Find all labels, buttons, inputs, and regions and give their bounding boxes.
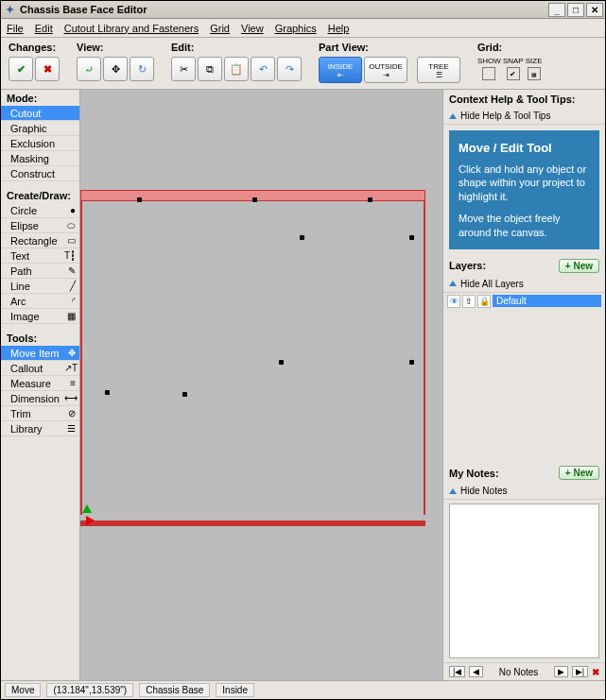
menu-grid[interactable]: Grid [210,23,230,34]
close-button[interactable]: ✕ [586,3,603,17]
layers-hide[interactable]: Hide All Layers [443,276,605,293]
tool-move-item[interactable]: Move Item✥ [1,346,79,361]
grid-show-check[interactable] [482,67,495,80]
menu-view[interactable]: View [241,23,264,34]
menu-graphics[interactable]: Graphics [275,23,317,34]
pan-button[interactable]: ✥ [103,57,128,81]
tips-hide[interactable]: Hide Help & Tool Tips [443,108,605,125]
chassis-face[interactable] [80,190,425,526]
mode-cutout[interactable]: Cutout [1,106,79,121]
status-side: Inside [216,683,254,697]
note-prev-button[interactable]: ◀ [469,666,483,677]
group-view: View: ⤾ ✥ ↻ [77,42,154,81]
layer-name[interactable]: Default [493,295,601,307]
line-icon: ╱ [64,281,76,291]
undo-button[interactable]: ↶ [251,57,275,81]
changes-label: Changes: [9,42,60,53]
dimension-icon: ⟷ [64,393,76,403]
draw-arc[interactable]: Arc◜ [1,294,79,309]
cut-button[interactable]: ✂ [171,57,196,81]
grid-size-label: SIZE [526,57,543,65]
menu-edit[interactable]: Edit [35,23,53,34]
outside-button[interactable]: OUTSIDE⇥ [364,57,407,83]
grid-snap-label: SNAP [503,57,524,65]
paste-button[interactable]: 📋 [224,57,249,81]
collapse-icon [449,281,457,286]
draw-rectangle[interactable]: Rectangle▭ [1,233,79,248]
minimize-button[interactable]: _ [548,3,565,17]
status-part: Chassis Base [139,683,210,697]
axis-y-arrow [82,504,92,513]
ellipse-icon: ⬭ [64,220,76,231]
layer-new-button[interactable]: + New [559,259,599,273]
tooltip-card: Move / Edit Tool Click and hold any obje… [449,130,599,249]
text-icon: T┇ [64,250,76,261]
image-icon: ▦ [64,311,76,321]
tool-library[interactable]: Library☰ [1,421,79,436]
rectangle-icon: ▭ [64,235,76,246]
arc-icon: ◜ [64,296,76,306]
refresh-button[interactable]: ↻ [130,57,154,81]
move-icon: ✥ [64,348,76,358]
draw-path[interactable]: Path✎ [1,264,79,279]
menu-help[interactable]: Help [328,23,350,34]
tree-button[interactable]: TREE☰ [417,57,460,83]
circle-icon: ● [64,205,76,215]
notes-header: My Notes: + New [443,462,605,483]
note-status: No Notes [487,667,549,677]
draw-line[interactable]: Line╱ [1,279,79,294]
canvas[interactable] [80,90,443,680]
status-coord: (13.184",13.539") [46,683,133,697]
eye-icon[interactable]: 👁 [447,295,460,308]
tooltip-body-2: Move the object freely around the canvas… [459,212,590,240]
partview-label: Part View: [319,42,460,53]
notes-textarea[interactable] [449,504,599,658]
notes-hide[interactable]: Hide Notes [443,483,605,500]
edit-label: Edit: [171,42,302,53]
note-last-button[interactable]: ▶| [572,666,588,677]
mode-masking[interactable]: Masking [1,151,79,166]
grid-size-button[interactable]: ▦ [528,67,541,80]
title-bar: ✦ Chassis Base Face Editor _ □ ✕ [1,1,605,19]
tools-header: Tools: [1,330,79,346]
tool-trim[interactable]: Trim⊘ [1,406,79,421]
zoom-fit-button[interactable]: ⤾ [77,57,101,81]
menu-cutout-library[interactable]: Cutout Library and Fasteners [64,23,199,34]
view-label: View: [77,42,154,53]
right-panel: Context Help & Tool Tips: Hide Help & To… [443,90,605,680]
tool-callout[interactable]: Callout↗T [1,361,79,376]
tool-measure[interactable]: Measure≡ [1,376,79,391]
lock-icon[interactable]: 🔒 [477,295,491,308]
menu-file[interactable]: File [7,23,24,34]
draw-circle[interactable]: Circle● [1,203,79,218]
layer-row[interactable]: 👁 ⇧ 🔒 Default [443,293,605,310]
create-header: Create/Draw: [1,187,79,203]
note-delete-button[interactable]: ✖ [592,667,599,677]
redo-button[interactable]: ↷ [277,57,302,81]
inside-button[interactable]: INSIDE⇤ [319,57,362,83]
toolbar: Changes: ✔ ✖ View: ⤾ ✥ ↻ Edit: ✂ ⧉ 📋 ↶ ↷ [1,38,605,90]
maximize-button[interactable]: □ [567,3,584,17]
draw-text[interactable]: TextT┇ [1,248,79,264]
draw-image[interactable]: Image▦ [1,309,79,324]
reject-button[interactable]: ✖ [35,57,60,81]
tool-dimension[interactable]: Dimension⟷ [1,391,79,406]
library-icon: ☰ [64,423,76,434]
app-icon: ✦ [3,3,16,16]
copy-button[interactable]: ⧉ [198,57,222,81]
note-next-button[interactable]: ▶ [554,666,568,677]
mode-construct[interactable]: Construct [1,166,79,181]
group-partview: Part View: INSIDE⇤ OUTSIDE⇥ TREE☰ [319,42,460,83]
collapse-icon [449,113,457,119]
mode-exclusion[interactable]: Exclusion [1,136,79,151]
accept-button[interactable]: ✔ [9,57,33,81]
note-new-button[interactable]: + New [559,466,599,480]
tips-header: Context Help & Tool Tips: [443,90,605,108]
group-grid: Grid: SHOW SNAP✔ SIZE▦ [477,42,542,80]
grid-snap-check[interactable]: ✔ [507,67,520,80]
note-first-button[interactable]: |◀ [449,666,465,677]
grid-label: Grid: [477,42,542,53]
up-icon[interactable]: ⇧ [462,295,476,308]
draw-ellipse[interactable]: Elipse⬭ [1,218,79,233]
mode-graphic[interactable]: Graphic [1,121,79,136]
